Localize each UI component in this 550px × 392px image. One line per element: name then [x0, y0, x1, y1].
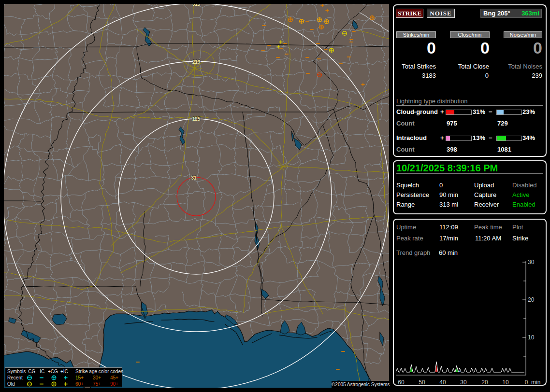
svg-text:20: 20	[481, 379, 488, 386]
svg-text:31: 31	[191, 175, 197, 181]
svg-text:40: 40	[439, 379, 446, 386]
svg-text:50: 50	[419, 379, 425, 386]
svg-text:min: min	[531, 379, 540, 386]
svg-text:30: 30	[528, 259, 535, 266]
svg-text:20: 20	[528, 296, 535, 303]
svg-text:10: 10	[528, 334, 535, 341]
svg-text:125: 125	[192, 116, 201, 122]
svg-text:30: 30	[460, 379, 467, 386]
svg-text:219: 219	[192, 59, 201, 65]
svg-text:313: 313	[192, 4, 201, 7]
svg-text:10: 10	[502, 379, 509, 386]
svg-text:0: 0	[525, 379, 528, 386]
svg-text:60: 60	[398, 379, 405, 386]
